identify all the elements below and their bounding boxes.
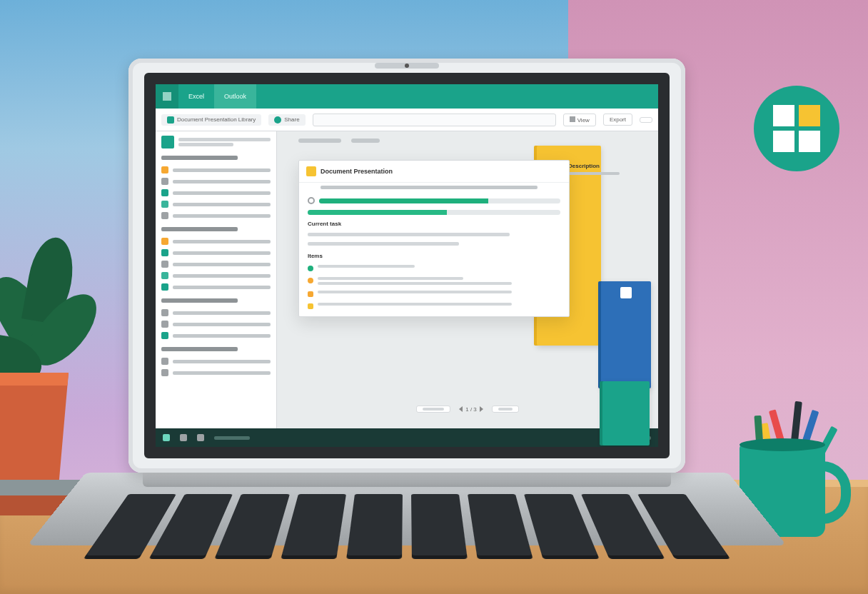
content-area: Description Document Presentation — [277, 131, 658, 428]
sidebar-item-label — [173, 240, 271, 243]
sidebar-item-label — [173, 191, 271, 195]
taskbar-start-icon[interactable] — [163, 434, 170, 441]
taskbar — [156, 428, 658, 447]
webcam-icon — [375, 63, 439, 69]
doc-page-blue[interactable] — [601, 281, 651, 388]
sidebar-item[interactable] — [161, 210, 271, 221]
wall-logo-icon — [754, 86, 839, 171]
share-icon — [274, 116, 281, 124]
footer-chip[interactable] — [416, 406, 450, 413]
titlebar: Excel Outlook — [156, 84, 658, 109]
dialog-subtitle — [321, 186, 538, 189]
prev-page-icon[interactable] — [459, 406, 463, 412]
sidebar-item-label — [173, 263, 271, 266]
sidebar-section-heading — [161, 156, 238, 160]
document-icon — [306, 166, 316, 176]
folder-icon — [167, 116, 174, 124]
sidebar-item-icon — [161, 189, 168, 196]
side-info-panel: Description — [568, 163, 632, 175]
sidebar-section-heading — [161, 298, 238, 303]
workspace-icon — [161, 136, 174, 148]
sidebar-item-icon — [161, 283, 168, 291]
sidebar-item[interactable] — [161, 318, 271, 330]
dialog-title: Document Presentation — [321, 168, 393, 175]
toolbar: Document Presentation Library Share View… — [156, 109, 658, 131]
keyboard — [86, 494, 728, 555]
app-menu-icon[interactable] — [156, 84, 178, 109]
titlebar-tab[interactable]: Excel — [178, 84, 214, 109]
sidebar-item-icon — [161, 249, 168, 256]
scene-illustration: Excel Outlook Document Presentation Libr… — [0, 0, 868, 594]
toolbar-button[interactable]: View — [563, 114, 595, 126]
content-tabs — [298, 139, 380, 143]
sidebar-section-heading — [161, 347, 238, 351]
search-input[interactable] — [313, 114, 557, 126]
sidebar-item-label — [173, 371, 271, 375]
dialog-header: Document Presentation — [299, 161, 569, 183]
sidebar-item[interactable] — [161, 236, 271, 247]
content-tab[interactable] — [298, 139, 341, 143]
sidebar-item[interactable] — [161, 281, 271, 293]
list-item[interactable] — [308, 291, 560, 297]
text-line — [308, 242, 459, 246]
toolbar-button[interactable]: Export — [603, 114, 632, 126]
sidebar-item-label — [173, 311, 271, 315]
page-icon — [620, 287, 632, 298]
sidebar-item[interactable] — [161, 187, 271, 198]
taskbar-icon[interactable] — [180, 434, 187, 441]
list-item[interactable] — [308, 277, 560, 285]
grid-icon — [570, 116, 575, 122]
content-footer: 1 / 3 — [277, 406, 658, 413]
list-item[interactable] — [308, 265, 560, 271]
sidebar-header[interactable] — [156, 131, 276, 153]
link-icon — [308, 197, 315, 204]
sidebar-item[interactable] — [161, 258, 271, 270]
sidebar-item-label — [173, 203, 271, 206]
next-page-icon[interactable] — [480, 406, 483, 412]
sidebar-item[interactable] — [161, 247, 271, 258]
sidebar-item-icon — [161, 201, 168, 208]
status-square-icon — [308, 291, 313, 297]
doc-page-teal[interactable] — [602, 381, 650, 446]
workspace: Description Document Presentation — [156, 131, 658, 428]
sidebar-item-icon — [161, 321, 168, 328]
sidebar-item[interactable] — [161, 356, 271, 367]
sidebar-item[interactable] — [161, 164, 271, 176]
toolbar-button[interactable] — [640, 117, 652, 123]
breadcrumb[interactable]: Document Presentation Library — [161, 114, 261, 126]
sidebar-item-icon — [161, 178, 168, 185]
sidebar-item-label — [173, 180, 271, 183]
taskbar-icon[interactable] — [197, 434, 204, 441]
sidebar-item[interactable] — [161, 270, 271, 281]
status-dot-icon — [308, 266, 313, 271]
share-button[interactable]: Share — [268, 114, 305, 126]
svg-rect-0 — [163, 92, 171, 101]
list-item[interactable] — [308, 303, 560, 309]
progress-bar — [319, 198, 560, 203]
taskbar-label[interactable] — [214, 436, 250, 440]
breadcrumb-label: Document Presentation Library — [177, 116, 256, 123]
sidebar-item-label — [173, 168, 271, 172]
sidebar-item[interactable] — [161, 367, 271, 378]
content-tab[interactable] — [351, 139, 380, 143]
sidebar-item-icon — [161, 369, 168, 376]
sidebar-section-heading — [161, 227, 238, 231]
sidebar-item-icon — [161, 212, 168, 219]
sidebar-item[interactable] — [161, 198, 271, 210]
sidebar-item[interactable] — [161, 176, 271, 187]
sidebar-item-label — [173, 214, 271, 218]
titlebar-tab[interactable] — [256, 84, 276, 109]
section-label: Items — [308, 253, 560, 259]
sidebar-section — [156, 344, 276, 381]
info-panel-title: Description — [568, 163, 632, 169]
titlebar-tab[interactable]: Outlook — [214, 84, 256, 109]
progress-dialog: Document Presentation Current task — [298, 160, 570, 317]
sidebar-item-label — [173, 251, 271, 255]
sidebar-item[interactable] — [161, 307, 271, 318]
sidebar-item[interactable] — [161, 330, 271, 341]
status-dot-icon — [308, 278, 313, 283]
text-line — [308, 233, 510, 236]
sidebar-item-icon — [161, 309, 168, 316]
footer-chip[interactable] — [492, 406, 519, 413]
sidebar-item-icon — [161, 332, 168, 339]
